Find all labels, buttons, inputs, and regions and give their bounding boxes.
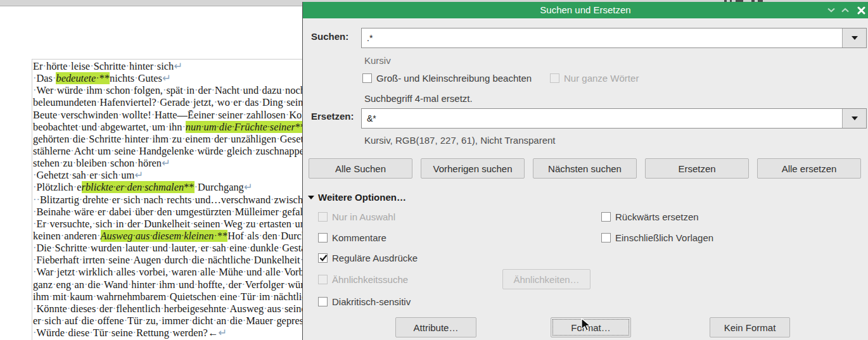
doc-line: beleumundeten·Hafenviertel?·Gerade·jetzt… <box>33 96 303 108</box>
doc-line: ·Würde·diese·Tür·seine·Rettung·werden?←↵ <box>33 327 303 339</box>
search-input[interactable] <box>362 28 841 47</box>
mouse-cursor <box>581 318 593 334</box>
checkbox-include-styles[interactable]: Einschließlich Vorlagen <box>601 232 713 243</box>
checkbox-box[interactable] <box>318 253 328 263</box>
find-replace-dialog: Suchen und Ersetzen Suchen: Kursiv Groß-… <box>302 2 868 340</box>
search-dropdown-button[interactable] <box>842 28 866 47</box>
more-options-expander[interactable]: Weitere Optionen… <box>308 192 406 203</box>
doc-line: ·Könnte·dieses·der·flehentlich·herbeiges… <box>33 303 303 315</box>
chevron-down-icon <box>852 116 858 120</box>
checkbox-box[interactable] <box>318 297 328 306</box>
text-boundary-left <box>32 59 32 340</box>
chevron-down-icon <box>852 36 858 40</box>
document-page[interactable]: Er·hörte·leise·Schritte·hinter·sich↵·Das… <box>0 7 303 340</box>
text-boundary-top <box>32 59 303 60</box>
search-label: Suchen: <box>311 31 348 42</box>
checkbox-box <box>318 275 328 284</box>
replace-label: Ersetzen: <box>311 111 354 122</box>
doc-line: stehen·zu·bleiben·schon·hören↵ <box>33 157 303 169</box>
search-format-hint: Kursiv <box>364 55 391 66</box>
dialog-title: Suchen und Ersetzen <box>303 2 868 18</box>
replace-format-hint: Kursiv, RGB(187, 227, 61), Nicht Transpa… <box>364 135 556 146</box>
close-icon[interactable] <box>856 5 866 15</box>
doc-line: ·War·jetzt·wirklich·alles·vorbei,·waren·… <box>33 266 303 278</box>
chevron-down-icon[interactable] <box>826 5 836 15</box>
checkbox-selection-only: Nur in Auswahl <box>318 211 395 222</box>
doc-line: ·Gehetzt·sah·er·sich·um↵ <box>33 169 303 181</box>
checkbox-box[interactable] <box>601 212 611 222</box>
search-combobox[interactable] <box>361 28 867 48</box>
doc-line: ·Er·versuchte,·sich·in·der·Dunkelheit·se… <box>33 218 303 230</box>
doc-line: Beute·verschwinden·wollte!·Hatte—Ēeiner·… <box>33 109 303 121</box>
find-all-button[interactable]: Alle Suchen <box>309 158 412 179</box>
doc-line: ihm·mit·kaum·wahrnehmbarem·Quietschen·ei… <box>33 291 303 303</box>
doc-line: keinen·anderen·Ausweg·aus·diesem·kleinen… <box>33 230 303 242</box>
doc-line: ganz·eng·an·die·Wand·hinter·ihm·und·hoff… <box>33 279 303 291</box>
doc-line: ·Plötzlich·erblickte·er·den·schmalen**·D… <box>33 181 303 193</box>
checkbox-comments[interactable]: Kommentare <box>318 232 386 243</box>
replace-button[interactable]: Ersetzen <box>645 158 749 179</box>
checkbox-box[interactable] <box>601 233 611 242</box>
checkbox-diacritic-sensitive[interactable]: Diakritisch-sensitiv <box>318 296 411 307</box>
attributes-button[interactable]: Attribute… <box>395 317 476 337</box>
dialog-titlebar[interactable]: Suchen und Ersetzen <box>303 2 868 18</box>
search-button-row: Alle Suchen Vorherigen suchen Nächsten s… <box>309 158 861 179</box>
doc-line: er·sich·auf·die·offene·Tür·zu,·immer·dic… <box>33 315 303 327</box>
checkbox-box <box>550 73 559 83</box>
replace-input[interactable] <box>362 109 841 128</box>
doc-line: ··Blitzartig·drehte·er·sich·nach·rechts·… <box>33 194 303 206</box>
checkbox-match-case[interactable]: Groß- und Kleinschreibung beachten <box>362 72 532 84</box>
find-previous-button[interactable]: Vorherigen suchen <box>421 158 525 179</box>
checkbox-backwards[interactable]: Rückwärts ersetzen <box>601 211 699 222</box>
similarities-button: Ähnlichkeiten… <box>502 269 590 289</box>
doc-line: ·Die·Schritte·wurden·lauter·und·lauter,·… <box>33 242 303 254</box>
checkbox-box[interactable] <box>318 233 328 242</box>
doc-line: ·Das·bedeutete·**nichts·Gutes↵ <box>33 72 303 84</box>
checkbox-similarity-search: Ähnlichkeitssuche <box>318 274 408 285</box>
checkbox-box[interactable] <box>362 73 372 83</box>
search-status-text: Suchbegriff 4-mal ersetzt. <box>364 93 473 104</box>
doc-line: stählerne·Acht·um·seine·Handgelenke·würd… <box>33 145 303 157</box>
checkbox-box <box>318 212 328 222</box>
replace-all-button[interactable]: Alle ersetzen <box>757 158 861 179</box>
replace-dropdown-button[interactable] <box>842 109 866 128</box>
doc-line: ·Beinahe·wäre·er·dabei·über·den·umgestür… <box>33 206 303 218</box>
chevron-up-icon[interactable] <box>840 5 850 15</box>
document-text[interactable]: Er·hörte·leise·Schritte·hinter·sich↵·Das… <box>33 60 303 339</box>
checkbox-whole-words: Nur ganze Wörter <box>550 72 639 84</box>
checkbox-regex[interactable]: Reguläre Ausdrücke <box>318 252 418 263</box>
doc-line: beobachtet·und·abgewartet,·um·ihn·nun·um… <box>33 121 303 133</box>
doc-line: Er·hörte·leise·Schritte·hinter·sich↵ <box>33 60 303 72</box>
triangle-down-icon <box>308 196 314 199</box>
find-next-button[interactable]: Nächsten suchen <box>533 158 637 179</box>
doc-line: ·Wer·würde·ihm·schon·folgen,·spät·in·der… <box>33 84 303 96</box>
doc-line: ·Fieberhaft·irrten·seine·Augen·durch·die… <box>33 254 303 266</box>
replace-combobox[interactable] <box>361 108 867 129</box>
doc-line: gehörten·die·Schritte·hinter·ihm·zu·eine… <box>33 133 303 145</box>
no-format-button[interactable]: Kein Format <box>710 317 790 337</box>
